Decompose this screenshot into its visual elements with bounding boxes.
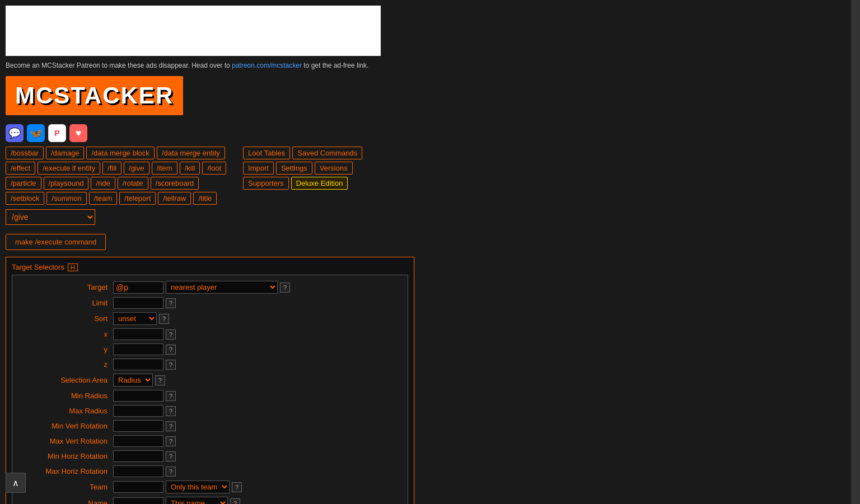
target-help-btn[interactable]: ? [280,282,290,293]
nav-data-merge-entity[interactable]: /data merge entity [157,147,225,159]
nav-loot-tables[interactable]: Loot Tables [243,147,290,159]
patreon-text-after: to get the ad-free link. [303,62,368,69]
target-selectors-panel: Target Selectors H Target nearest player… [6,257,414,504]
nav-teleport[interactable]: /teleport [119,192,156,205]
make-execute-command-button[interactable]: make /execute command [6,234,106,250]
nav-effect[interactable]: /effect [6,162,35,175]
name-row: Name This name Not this name ? [21,497,399,504]
max-vert-rotation-input[interactable] [113,435,163,447]
target-select[interactable]: nearest player random player all players… [166,281,278,294]
min-vert-rotation-label: Min Vert Rotation [21,422,111,430]
limit-label: Limit [21,299,111,307]
min-horiz-rotation-row: Min Horiz Rotation ? [21,450,399,462]
nav-damage[interactable]: /damage [46,147,85,159]
x-help-btn[interactable]: ? [166,329,176,340]
patreon-link[interactable]: patreon.com/mcstacker [232,62,302,69]
nav-settings[interactable]: Settings [276,162,312,175]
z-help-btn[interactable]: ? [166,360,176,370]
nav-scoreboard[interactable]: /scoreboard [151,177,199,190]
discord-icon[interactable]: 💬 [6,124,24,142]
nav-row-4: /setblock /summon /team /teleport /tellr… [6,192,226,205]
selection-area-select[interactable]: Radius Box [113,374,153,387]
patreon-text-before: Become an MCStacker Patreon to make thes… [6,62,230,69]
y-input[interactable] [113,343,163,355]
min-vert-rotation-input[interactable] [113,420,163,432]
name-filter-select[interactable]: This name Not this name [166,497,228,504]
x-row: x ? [21,328,399,340]
nav-row-r1: Loot Tables Saved Commands [243,147,362,159]
y-row: y ? [21,343,399,355]
min-radius-input[interactable] [113,390,163,402]
nav-row-1: /bossbar /damage /data merge block /data… [6,147,226,159]
nav-tellraw[interactable]: /tellraw [158,192,191,205]
name-input[interactable] [113,497,163,504]
nav-supporters[interactable]: Supporters [243,177,289,190]
nav-deluxe-edition[interactable]: Deluxe Edition [291,177,348,190]
bluesky-icon[interactable]: 🦋 [27,124,45,142]
z-input[interactable] [113,359,163,370]
min-radius-label: Min Radius [21,392,111,400]
selection-area-label: Selection Area [21,376,111,384]
max-horiz-rotation-help-btn[interactable]: ? [166,467,176,477]
scroll-up-button[interactable]: ∧ [6,473,26,493]
sort-help-btn[interactable]: ? [159,314,169,324]
min-horiz-rotation-input[interactable] [113,450,163,462]
nav-kill[interactable]: /kill [180,162,200,175]
target-at-input[interactable] [113,281,163,294]
limit-input[interactable] [113,297,163,309]
scrollbar[interactable] [851,0,860,504]
max-vert-rotation-help-btn[interactable]: ? [166,436,176,446]
nav-execute-if-entity[interactable]: /execute if entity [38,162,100,175]
dropdown-row: /give /bossbar /damage /data merge block… [6,209,860,225]
min-vert-rotation-row: Min Vert Rotation ? [21,420,399,432]
max-radius-input[interactable] [113,405,163,417]
nav-item[interactable]: /item [152,162,177,175]
min-radius-help-btn[interactable]: ? [166,391,176,401]
panel-title: Target Selectors H [12,263,408,271]
patreon-icon[interactable]: P [48,124,66,142]
max-vert-rotation-row: Max Vert Rotation ? [21,435,399,447]
name-help-btn[interactable]: ? [230,498,240,505]
kofi-icon[interactable]: ♥ [69,124,87,142]
target-row: Target nearest player random player all … [21,281,399,294]
nav-row-r3: Supporters Deluxe Edition [243,177,362,190]
nav-summon[interactable]: /summon [46,192,86,205]
nav-bossbar[interactable]: /bossbar [6,147,44,159]
logo: MCSTACKER [6,76,183,115]
sort-select[interactable]: unset nearest furthest random arbitrary [113,312,157,325]
command-dropdown[interactable]: /give /bossbar /damage /data merge block… [6,209,95,225]
x-label: x [21,330,111,338]
team-filter-select[interactable]: Only this team Not this team Any team No… [166,481,230,493]
max-horiz-rotation-label: Max Horiz Rotation [21,467,111,475]
name-label: Name [21,499,111,504]
nav-setblock[interactable]: /setblock [6,192,44,205]
nav-team[interactable]: /team [89,192,118,205]
nav-loot[interactable]: /loot [202,162,226,175]
limit-row: Limit ? [21,297,399,309]
max-horiz-rotation-input[interactable] [113,465,163,477]
nav-import[interactable]: Import [243,162,274,175]
sort-row: Sort unset nearest furthest random arbit… [21,312,399,325]
patreon-notice: Become an MCStacker Patreon to make thes… [6,62,860,69]
min-horiz-rotation-help-btn[interactable]: ? [166,451,176,461]
nav-rotate[interactable]: /rotate [118,177,148,190]
limit-help-btn[interactable]: ? [166,298,176,308]
nav-saved-commands[interactable]: Saved Commands [292,147,362,159]
min-vert-rotation-help-btn[interactable]: ? [166,421,176,431]
selection-area-help-btn[interactable]: ? [155,375,165,385]
nav-versions[interactable]: Versions [315,162,353,175]
nav-particle[interactable]: /particle [6,177,41,190]
nav-give[interactable]: /give [124,162,149,175]
x-input[interactable] [113,328,163,340]
h-badge[interactable]: H [68,263,78,271]
nav-playsound[interactable]: /playsound [44,177,89,190]
team-help-btn[interactable]: ? [232,482,242,492]
team-input[interactable] [113,481,163,493]
nav-ride[interactable]: /ride [91,177,115,190]
min-horiz-rotation-label: Min Horiz Rotation [21,452,111,460]
y-help-btn[interactable]: ? [166,345,176,355]
nav-fill[interactable]: /fill [102,162,121,175]
max-radius-help-btn[interactable]: ? [166,406,176,416]
nav-data-merge-block[interactable]: /data merge block [86,147,154,159]
nav-title[interactable]: /title [193,192,217,205]
